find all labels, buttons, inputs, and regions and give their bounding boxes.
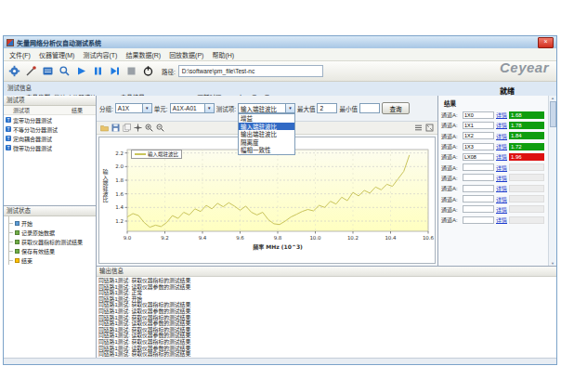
status-item-row[interactable]: 结束	[9, 255, 96, 265]
status-item-row[interactable]: 记录原始数据	[9, 228, 96, 237]
tree-connector	[9, 251, 13, 252]
status-square-icon	[15, 221, 20, 226]
path-input[interactable]: D:\software\pm_file\Test-nc	[178, 65, 323, 77]
test-item-label: 定向耦合器测试	[13, 135, 52, 143]
detail-link[interactable]: 详情	[496, 174, 507, 182]
zoom-out-icon[interactable]	[156, 124, 164, 132]
scrollbar-thumb[interactable]	[550, 101, 556, 127]
result-value-input[interactable]	[463, 174, 494, 181]
max-value-input[interactable]	[317, 103, 337, 113]
zoom-in-icon[interactable]	[145, 124, 153, 132]
test-item-row[interactable]: T微带功分器测试	[4, 143, 96, 152]
tree-connector	[9, 232, 13, 233]
log-line: 同链路1测试: 读取仪器参数的测试结果	[98, 333, 554, 339]
menu-item-4[interactable]: 回放数据(P)	[169, 50, 203, 59]
result-channel-label: 通道A:	[441, 205, 461, 214]
search-icon[interactable]	[58, 64, 72, 78]
detail-link[interactable]: 详情	[496, 184, 507, 192]
menu-item-5[interactable]: 帮助(H)	[212, 50, 234, 59]
dropdown-option[interactable]: 幅相一致性	[239, 146, 294, 154]
close-button[interactable]: ×	[538, 37, 554, 48]
result-value-input[interactable]	[463, 216, 494, 224]
detail-link[interactable]: 详情	[496, 152, 507, 161]
status-item-label: 保存有效结果	[21, 247, 55, 255]
status-item-row[interactable]: 保存有效结果	[9, 246, 96, 255]
detail-link[interactable]: 详情	[496, 121, 507, 129]
log-line: 同链路1测试: 获取仪器指标的测试结果	[98, 302, 554, 308]
output-log-header: 输出信息	[97, 267, 556, 277]
menu-item-0[interactable]: 文件(F)	[9, 50, 31, 59]
result-row: 通道A:详情1.78	[438, 120, 548, 130]
test-label: 测试项:	[216, 104, 236, 113]
menu-item-2[interactable]: 测试内容(T)	[83, 50, 117, 59]
result-value-input[interactable]	[463, 205, 494, 213]
result-value-input[interactable]	[463, 185, 494, 192]
config-icon[interactable]	[7, 64, 21, 78]
save-icon[interactable]	[111, 124, 120, 132]
status-square-icon	[15, 249, 20, 254]
result-status-bar	[509, 195, 544, 203]
power-icon[interactable]	[141, 64, 155, 78]
detail-link[interactable]: 详情	[496, 142, 507, 150]
play-icon[interactable]	[74, 64, 88, 78]
result-value-input[interactable]	[463, 111, 494, 119]
status-item-row[interactable]: 开始	[9, 218, 96, 228]
svg-text:2.0: 2.0	[115, 163, 124, 169]
result-value-input[interactable]	[463, 163, 494, 171]
detail-link[interactable]: 详情	[496, 216, 507, 224]
result-value-input[interactable]	[463, 153, 494, 161]
menu-item-3[interactable]: 结果数据(R)	[125, 50, 161, 59]
svg-text:9.2: 9.2	[161, 235, 169, 241]
panel-icon[interactable]	[41, 64, 55, 78]
vertical-scrollbar[interactable]: ▲ ▼	[548, 96, 556, 266]
status-ready-text: 就绪	[500, 85, 515, 96]
result-value-input[interactable]	[463, 132, 494, 139]
result-value-input[interactable]	[463, 143, 494, 150]
chevron-down-icon[interactable]: ▼	[285, 104, 294, 112]
svg-text:2.2: 2.2	[115, 150, 124, 156]
result-status-bar: 1.78	[509, 122, 544, 129]
stop-icon[interactable]	[124, 64, 138, 78]
query-button[interactable]: 查询	[382, 102, 410, 114]
status-item-row[interactable]: 获取仪器指标的测试结果	[9, 237, 96, 246]
chart-toolbar-right	[414, 124, 434, 132]
result-value-input[interactable]	[463, 195, 494, 203]
step-icon[interactable]	[108, 64, 122, 78]
copy-icon[interactable]	[123, 124, 131, 132]
pause-icon[interactable]	[91, 64, 105, 78]
open-folder-icon[interactable]	[100, 124, 109, 132]
test-item-row[interactable]: T宽带功分器测试	[4, 115, 96, 124]
detail-link[interactable]: 详情	[496, 132, 507, 140]
chevron-down-icon[interactable]: ▼	[142, 104, 151, 112]
detail-link[interactable]: 详情	[496, 195, 507, 203]
menu-icon[interactable]	[414, 124, 423, 132]
test-item-row[interactable]: T定向耦合器测试	[4, 134, 96, 143]
min-label: 最小值	[339, 104, 358, 113]
detail-link[interactable]: 详情	[496, 163, 507, 172]
test-item-row[interactable]: T不等分功分器测试	[4, 124, 96, 134]
output-log-panel: 输出信息 同链路1测试: 获取仪器指标的测试结果同链路1测试: 读取仪器参数的测…	[97, 266, 556, 359]
result-value-input[interactable]	[463, 122, 494, 129]
unit-select[interactable]: A1X-A01 ▼	[170, 103, 215, 113]
group-select[interactable]: A1X ▼	[115, 103, 152, 113]
group-select-value: A1X	[118, 105, 129, 111]
pan-icon[interactable]	[134, 124, 142, 132]
result-channel-label: 通道A:	[441, 152, 461, 161]
min-value-input[interactable]	[359, 103, 380, 113]
detail-link[interactable]: 详情	[496, 205, 507, 214]
test-item-label: 微带功分器测试	[13, 144, 52, 152]
test-select[interactable]: 输入端驻波比 ▼	[238, 103, 295, 113]
chevron-down-icon[interactable]: ▼	[204, 104, 214, 112]
probe-icon[interactable]	[24, 64, 38, 78]
status-item-label: 记录原始数据	[21, 229, 55, 237]
output-log-body[interactable]: 同链路1测试: 获取仪器指标的测试结果同链路1测试: 读取仪器参数的测试结果同链…	[97, 277, 556, 359]
detail-link[interactable]: 详情	[496, 111, 507, 119]
menu-item-1[interactable]: 仪器管理(M)	[39, 50, 75, 59]
fullscreen-icon[interactable]	[425, 124, 434, 132]
svg-text:10.0: 10.0	[309, 235, 321, 241]
scroll-up-icon[interactable]: ▲	[551, 96, 554, 100]
svg-text:10.4: 10.4	[385, 235, 397, 241]
svg-text:10.2: 10.2	[347, 235, 359, 241]
y-axis-label: 输入端驻波比	[101, 169, 110, 203]
path-label: 路径:	[162, 67, 176, 76]
